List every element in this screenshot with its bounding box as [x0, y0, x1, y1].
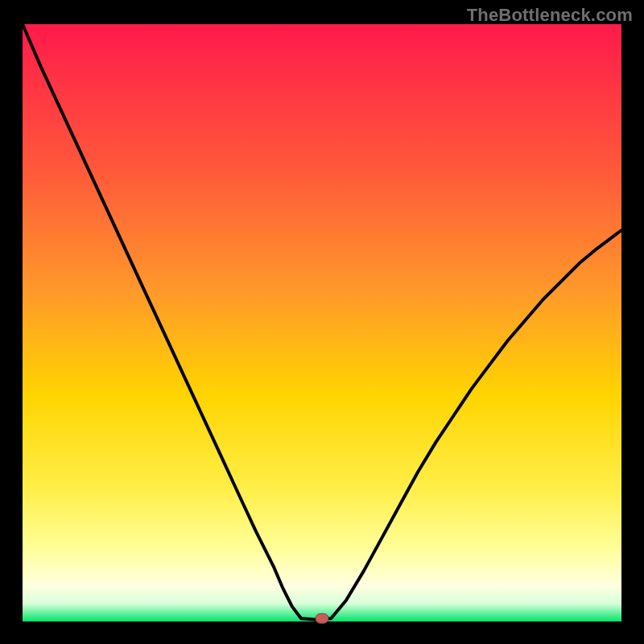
watermark-text: TheBottleneck.com: [467, 5, 633, 26]
gradient-background: [23, 24, 621, 621]
chart-frame: TheBottleneck.com: [0, 0, 644, 644]
chart-svg: [0, 0, 644, 644]
trough-marker: [316, 613, 328, 623]
